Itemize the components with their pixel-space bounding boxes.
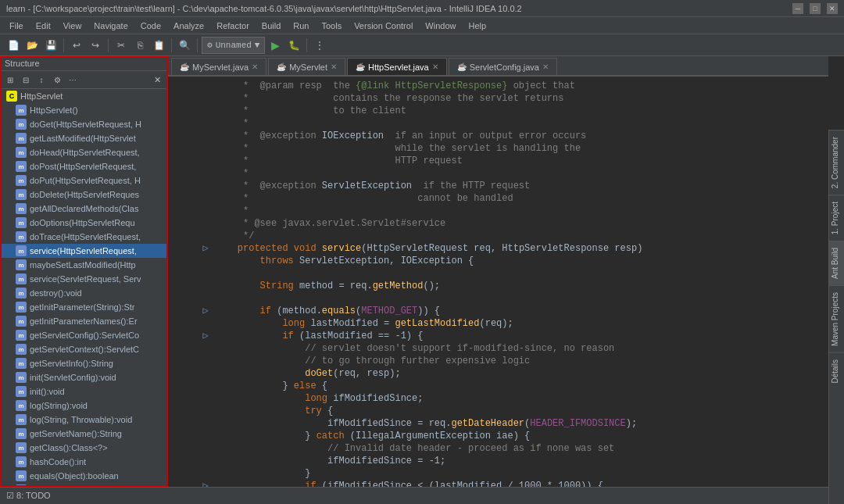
open-button[interactable]: 📂 [23,37,41,54]
find-button[interactable]: 🔍 [176,37,193,54]
tab-myservlet[interactable]: ☕ MyServlet ✕ [268,58,345,75]
toolbar-sep-5 [306,38,307,52]
code-line: */ [168,230,828,242]
close-tab-4[interactable]: ✕ [542,63,549,71]
code-line [168,267,828,280]
tree-item-2[interactable]: mgetLastModified(HttpServlet [0,131,167,145]
save-button[interactable]: 💾 [42,37,59,54]
code-line [168,292,828,305]
run-config-selector[interactable]: ⚙ Unnamed ▼ [202,37,265,54]
tab-servletconfig-java[interactable]: ☕ ServletConfig.java ✕ [449,58,557,75]
tree-item-4[interactable]: mdoPost(HttpServletRequest, [0,159,167,173]
code-line: * [168,205,828,217]
tree-item-0[interactable]: mHttpServlet() [0,103,167,117]
collapse-all-button[interactable]: ⊟ [19,73,33,87]
cut-button[interactable]: ✂ [113,37,130,54]
minimize-button[interactable]: ─ [792,3,803,14]
close-button[interactable]: ✕ [827,3,838,14]
tree-item-13[interactable]: mdestroy():void [0,286,167,300]
tree-item-27[interactable]: mclone():Object [0,483,167,487]
tree-item-25[interactable]: mhashCode():int [0,455,167,469]
tree-item-6[interactable]: mdoDelete(HttpServletReques [0,188,167,202]
right-tab-project[interactable]: 1. Project [829,195,844,241]
menu-item-build[interactable]: Build [256,20,287,32]
code-editor[interactable]: * @param resp the {@link HttpServletResp… [168,77,828,487]
tab-myservlet-java[interactable]: ☕ MyServlet.java ✕ [171,58,266,75]
debug-button[interactable]: 🐛 [285,37,302,54]
menu-item-help[interactable]: Help [462,20,492,32]
menu-item-refactor[interactable]: Refactor [210,20,256,32]
menu-item-version control[interactable]: Version Control [348,20,419,32]
menu-item-run[interactable]: Run [287,20,315,32]
more-button[interactable]: ⋮ [311,37,328,54]
code-content: if (lastModified == -1) { [212,330,828,342]
tree-item-3[interactable]: mdoHead(HttpServletRequest, [0,145,167,159]
tree-item-10[interactable]: mservice(HttpServletRequest, [0,244,167,258]
tree-item-15[interactable]: mgetInitParameterNames():Er [0,314,167,328]
right-tab-details[interactable]: Détails [829,352,844,390]
expand-all-button[interactable]: ⊞ [3,73,17,87]
code-line: } [168,467,828,480]
menu-item-edit[interactable]: Edit [30,20,57,32]
right-tab-maven[interactable]: Maven Projects [829,285,844,352]
tree-item-22[interactable]: mlog(String, Throwable):void [0,413,167,427]
tree-item-21[interactable]: mlog(String):void [0,399,167,413]
tree-item-23[interactable]: mgetServletName():String [0,427,167,441]
new-button[interactable]: 📄 [5,37,22,54]
code-content: * @exception IOException if an input or … [212,130,828,142]
menu-item-code[interactable]: Code [134,20,167,32]
menu-item-file[interactable]: File [3,20,30,32]
right-tab-commander[interactable]: 2. Commander [829,130,844,195]
main-area: Structure ⊞ ⊟ ↕ ⚙ ⋯ ✕ C HttpServlet mHtt… [0,56,844,487]
tree-item-19[interactable]: minit(ServletConfig):void [0,370,167,384]
gutter-marker: ▷ [199,480,212,487]
tree-item-26[interactable]: mequals(Object):boolean [0,469,167,483]
filter-button[interactable]: ⚙ [50,73,64,87]
tree-item-20[interactable]: minit():void [0,384,167,399]
menu-item-tools[interactable]: Tools [315,20,348,32]
tree-item-17[interactable]: mgetServletContext():ServletC [0,342,167,356]
sort-button[interactable]: ↕ [34,73,48,87]
tree-item-12[interactable]: mservice(ServletRequest, Serv [0,272,167,286]
menu-item-analyze[interactable]: Analyze [167,20,210,32]
redo-button[interactable]: ↪ [87,37,104,54]
code-content: * to the client [212,105,828,117]
tree-item-label-11: maybeSetLastModified(Http [30,260,136,270]
code-line: ifModifiedSince = req.getDateHeader(HEAD… [168,417,828,430]
undo-button[interactable]: ↩ [68,37,85,54]
menu-item-window[interactable]: Window [419,20,462,32]
todo-indicator[interactable]: ☑ 8: TODO [6,491,51,501]
run-button[interactable]: ▶ [266,37,284,54]
tree-item-11[interactable]: mmaybeSetLastModified(Http [0,258,167,272]
code-line: throws ServletException, IOException { [168,255,828,267]
tree-item-7[interactable]: mgetAllDeclaredMethods(Clas [0,202,167,216]
tree-item-18[interactable]: mgetServletInfo():String [0,356,167,370]
copy-button[interactable]: ⎘ [131,37,148,54]
structure-panel-header: Structure [0,56,167,71]
method-icon-10: m [16,245,27,256]
tree-root-httpservlet[interactable]: C HttpServlet [0,89,167,103]
method-icon-4: m [16,161,27,172]
paste-button[interactable]: 📋 [150,37,167,54]
code-content: protected void service(HttpServletReques… [212,242,828,255]
tab-httpservlet-java[interactable]: ☕ HttpServlet.java ✕ [347,58,447,75]
code-line: ▷ if (method.equals(METHOD_GET)) { [168,305,828,317]
right-tab-ant-build[interactable]: Ant Build [829,241,844,285]
tree-item-9[interactable]: mdoTrace(HttpServletRequest, [0,230,167,244]
code-content: } else { [212,380,828,392]
tree-item-1[interactable]: mdoGet(HttpServletRequest, H [0,117,167,131]
maximize-button[interactable]: □ [810,3,821,14]
settings-button[interactable]: ⋯ [66,73,80,87]
tree-item-14[interactable]: mgetInitParameter(String):Str [0,300,167,314]
close-panel-button[interactable]: ✕ [150,73,164,87]
menu-item-view[interactable]: View [57,20,88,32]
tree-item-16[interactable]: mgetServletConfig():ServletCo [0,328,167,342]
close-tab-2[interactable]: ✕ [331,63,337,71]
close-tab-1[interactable]: ✕ [252,63,258,71]
close-tab-3[interactable]: ✕ [432,63,438,71]
toolbar: 📄 📂 💾 ↩ ↪ ✂ ⎘ 📋 🔍 ⚙ Unnamed ▼ ▶ 🐛 ⋮ [0,34,844,56]
tree-item-5[interactable]: mdoPut(HttpServletRequest, H [0,173,167,188]
menu-item-navigate[interactable]: Navigate [88,20,134,32]
tree-item-8[interactable]: mdoOptions(HttpServletRequ [0,216,167,230]
tree-item-24[interactable]: mgetClass():Class<?> [0,441,167,455]
